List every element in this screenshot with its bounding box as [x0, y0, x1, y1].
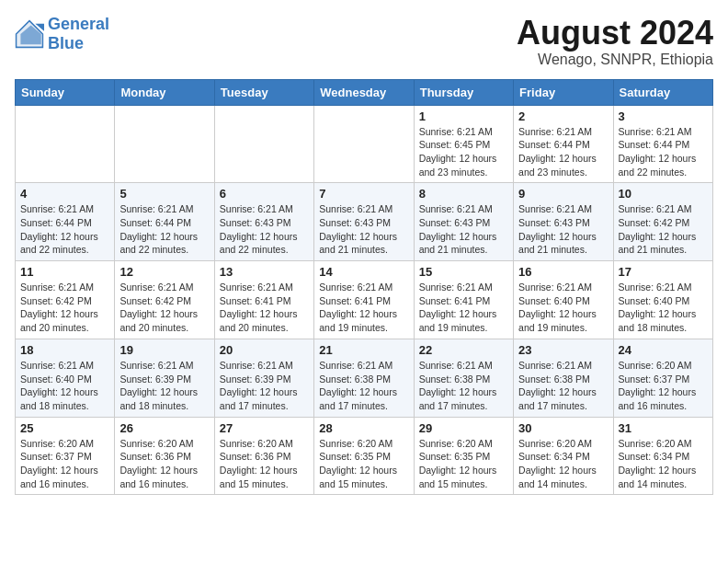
calendar-cell: 10Sunrise: 6:21 AM Sunset: 6:42 PM Dayli… — [613, 183, 712, 261]
day-info: Sunrise: 6:21 AM Sunset: 6:42 PM Dayligh… — [20, 281, 109, 335]
weekday-header: Friday — [514, 79, 613, 105]
calendar-cell: 24Sunrise: 6:20 AM Sunset: 6:37 PM Dayli… — [613, 339, 712, 417]
day-info: Sunrise: 6:21 AM Sunset: 6:43 PM Dayligh… — [319, 202, 408, 257]
title-section: August 2024 Wenago, SNNPR, Ethiopia — [517, 15, 713, 68]
calendar-subtitle: Wenago, SNNPR, Ethiopia — [517, 52, 713, 68]
day-info: Sunrise: 6:21 AM Sunset: 6:44 PM Dayligh… — [518, 125, 608, 179]
day-number: 28 — [319, 421, 408, 435]
calendar-cell: 4Sunrise: 6:21 AM Sunset: 6:44 PM Daylig… — [16, 183, 115, 261]
weekday-header: Sunday — [16, 79, 115, 105]
day-info: Sunrise: 6:21 AM Sunset: 6:44 PM Dayligh… — [119, 202, 209, 257]
calendar-cell: 14Sunrise: 6:21 AM Sunset: 6:41 PM Dayli… — [314, 261, 414, 339]
day-number: 19 — [119, 343, 209, 357]
day-number: 2 — [518, 109, 608, 123]
day-number: 31 — [619, 421, 708, 435]
day-number: 17 — [619, 265, 708, 279]
day-number: 24 — [619, 343, 708, 357]
day-number: 26 — [119, 421, 209, 435]
calendar-cell — [16, 105, 115, 183]
day-info: Sunrise: 6:20 AM Sunset: 6:36 PM Dayligh… — [119, 437, 209, 491]
calendar-cell: 19Sunrise: 6:21 AM Sunset: 6:39 PM Dayli… — [115, 339, 214, 417]
day-info: Sunrise: 6:21 AM Sunset: 6:38 PM Dayligh… — [419, 359, 508, 413]
day-number: 13 — [220, 265, 309, 279]
calendar-cell: 8Sunrise: 6:21 AM Sunset: 6:43 PM Daylig… — [414, 183, 513, 261]
calendar-cell: 29Sunrise: 6:20 AM Sunset: 6:35 PM Dayli… — [414, 417, 513, 495]
logo-blue: Blue — [48, 34, 84, 52]
weekday-header: Tuesday — [214, 79, 313, 105]
calendar-cell: 6Sunrise: 6:21 AM Sunset: 6:43 PM Daylig… — [214, 183, 313, 261]
day-info: Sunrise: 6:20 AM Sunset: 6:34 PM Dayligh… — [518, 437, 608, 491]
calendar-week-row: 1Sunrise: 6:21 AM Sunset: 6:45 PM Daylig… — [16, 105, 713, 183]
weekday-header: Thursday — [414, 79, 513, 105]
logo-icon — [15, 19, 44, 49]
day-number: 5 — [119, 187, 209, 201]
page-header: General Blue August 2024 Wenago, SNNPR, … — [15, 15, 713, 68]
day-number: 12 — [119, 265, 209, 279]
day-number: 6 — [220, 187, 309, 201]
day-info: Sunrise: 6:21 AM Sunset: 6:45 PM Dayligh… — [419, 125, 508, 179]
day-number: 25 — [20, 421, 109, 435]
day-number: 15 — [419, 265, 508, 279]
calendar-cell: 26Sunrise: 6:20 AM Sunset: 6:36 PM Dayli… — [115, 417, 214, 495]
calendar-cell: 18Sunrise: 6:21 AM Sunset: 6:40 PM Dayli… — [16, 339, 115, 417]
day-info: Sunrise: 6:21 AM Sunset: 6:40 PM Dayligh… — [518, 281, 608, 335]
day-number: 8 — [419, 187, 508, 201]
day-info: Sunrise: 6:21 AM Sunset: 6:39 PM Dayligh… — [220, 359, 309, 413]
weekday-header: Saturday — [613, 79, 712, 105]
day-info: Sunrise: 6:20 AM Sunset: 6:37 PM Dayligh… — [619, 359, 708, 413]
calendar-cell: 25Sunrise: 6:20 AM Sunset: 6:37 PM Dayli… — [16, 417, 115, 495]
calendar-cell: 12Sunrise: 6:21 AM Sunset: 6:42 PM Dayli… — [115, 261, 214, 339]
day-number: 9 — [518, 187, 608, 201]
day-info: Sunrise: 6:21 AM Sunset: 6:41 PM Dayligh… — [419, 281, 508, 335]
day-info: Sunrise: 6:21 AM Sunset: 6:42 PM Dayligh… — [619, 202, 708, 257]
calendar-cell: 11Sunrise: 6:21 AM Sunset: 6:42 PM Dayli… — [16, 261, 115, 339]
day-number: 11 — [20, 265, 109, 279]
day-number: 7 — [319, 187, 408, 201]
day-number: 23 — [518, 343, 608, 357]
calendar-cell: 30Sunrise: 6:20 AM Sunset: 6:34 PM Dayli… — [514, 417, 613, 495]
day-number: 16 — [518, 265, 608, 279]
calendar-cell: 13Sunrise: 6:21 AM Sunset: 6:41 PM Dayli… — [214, 261, 313, 339]
weekday-header: Monday — [115, 79, 214, 105]
calendar-cell: 5Sunrise: 6:21 AM Sunset: 6:44 PM Daylig… — [115, 183, 214, 261]
day-number: 4 — [20, 187, 109, 201]
calendar-cell: 2Sunrise: 6:21 AM Sunset: 6:44 PM Daylig… — [514, 105, 613, 183]
calendar-cell: 7Sunrise: 6:21 AM Sunset: 6:43 PM Daylig… — [314, 183, 414, 261]
day-number: 30 — [518, 421, 608, 435]
day-number: 14 — [319, 265, 408, 279]
day-info: Sunrise: 6:21 AM Sunset: 6:43 PM Dayligh… — [220, 202, 309, 257]
day-info: Sunrise: 6:20 AM Sunset: 6:34 PM Dayligh… — [619, 437, 708, 491]
logo: General Blue — [15, 15, 109, 52]
day-number: 21 — [319, 343, 408, 357]
day-info: Sunrise: 6:21 AM Sunset: 6:40 PM Dayligh… — [619, 281, 708, 335]
calendar-cell: 20Sunrise: 6:21 AM Sunset: 6:39 PM Dayli… — [214, 339, 313, 417]
weekday-header-row: SundayMondayTuesdayWednesdayThursdayFrid… — [16, 79, 713, 105]
day-number: 22 — [419, 343, 508, 357]
calendar-cell: 31Sunrise: 6:20 AM Sunset: 6:34 PM Dayli… — [613, 417, 712, 495]
day-info: Sunrise: 6:21 AM Sunset: 6:44 PM Dayligh… — [619, 125, 708, 179]
day-info: Sunrise: 6:20 AM Sunset: 6:37 PM Dayligh… — [20, 437, 109, 491]
calendar-cell: 16Sunrise: 6:21 AM Sunset: 6:40 PM Dayli… — [514, 261, 613, 339]
calendar-title: August 2024 — [517, 15, 713, 52]
day-info: Sunrise: 6:21 AM Sunset: 6:38 PM Dayligh… — [518, 359, 608, 413]
day-info: Sunrise: 6:20 AM Sunset: 6:36 PM Dayligh… — [220, 437, 309, 491]
day-info: Sunrise: 6:21 AM Sunset: 6:43 PM Dayligh… — [518, 202, 608, 257]
calendar-cell: 17Sunrise: 6:21 AM Sunset: 6:40 PM Dayli… — [613, 261, 712, 339]
day-info: Sunrise: 6:21 AM Sunset: 6:44 PM Dayligh… — [20, 202, 109, 257]
day-number: 27 — [220, 421, 309, 435]
day-info: Sunrise: 6:20 AM Sunset: 6:35 PM Dayligh… — [319, 437, 408, 491]
day-info: Sunrise: 6:21 AM Sunset: 6:43 PM Dayligh… — [419, 202, 508, 257]
calendar-week-row: 4Sunrise: 6:21 AM Sunset: 6:44 PM Daylig… — [16, 183, 713, 261]
day-info: Sunrise: 6:21 AM Sunset: 6:39 PM Dayligh… — [119, 359, 209, 413]
calendar-week-row: 11Sunrise: 6:21 AM Sunset: 6:42 PM Dayli… — [16, 261, 713, 339]
day-number: 18 — [20, 343, 109, 357]
day-info: Sunrise: 6:21 AM Sunset: 6:41 PM Dayligh… — [220, 281, 309, 335]
calendar-week-row: 18Sunrise: 6:21 AM Sunset: 6:40 PM Dayli… — [16, 339, 713, 417]
day-number: 1 — [419, 109, 508, 123]
calendar-cell: 28Sunrise: 6:20 AM Sunset: 6:35 PM Dayli… — [314, 417, 414, 495]
calendar-cell — [214, 105, 313, 183]
calendar-cell: 1Sunrise: 6:21 AM Sunset: 6:45 PM Daylig… — [414, 105, 513, 183]
logo-general: General — [48, 15, 109, 33]
day-number: 10 — [619, 187, 708, 201]
day-number: 3 — [619, 109, 708, 123]
